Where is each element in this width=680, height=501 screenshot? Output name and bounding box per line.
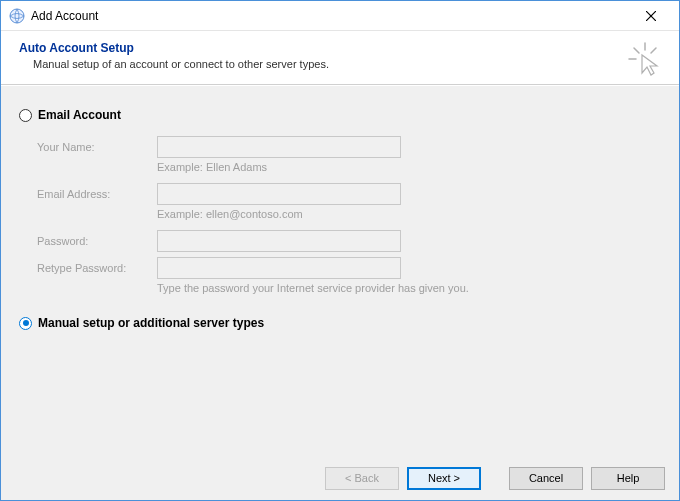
globe-icon: [9, 8, 25, 24]
retype-password-input: [157, 257, 401, 279]
email-account-form: Your Name: Example: Ellen Adams Email Ad…: [19, 130, 661, 316]
svg-point-0: [10, 9, 24, 23]
header-title: Auto Account Setup: [19, 41, 661, 55]
next-button[interactable]: Next >: [407, 467, 481, 490]
password-input: [157, 230, 401, 252]
radio-email-account[interactable]: Email Account: [19, 108, 661, 122]
add-account-window: Add Account Auto Account Setup Manual se…: [0, 0, 680, 501]
retype-password-label: Retype Password:: [37, 262, 157, 274]
radio-label: Email Account: [38, 108, 121, 122]
back-button: < Back: [325, 467, 399, 490]
radio-icon: [19, 317, 32, 330]
wizard-header: Auto Account Setup Manual setup of an ac…: [1, 31, 679, 85]
your-name-label: Your Name:: [37, 141, 157, 153]
radio-label: Manual setup or additional server types: [38, 316, 264, 330]
header-subtitle: Manual setup of an account or connect to…: [19, 58, 661, 70]
email-hint: Example: ellen@contoso.com: [37, 208, 661, 220]
titlebar: Add Account: [1, 1, 679, 31]
your-name-input: [157, 136, 401, 158]
radio-icon: [19, 109, 32, 122]
wizard-footer: < Back Next > Cancel Help: [1, 456, 679, 500]
cancel-button[interactable]: Cancel: [509, 467, 583, 490]
close-button[interactable]: [631, 2, 671, 30]
radio-manual-setup[interactable]: Manual setup or additional server types: [19, 316, 661, 330]
svg-line-5: [634, 48, 639, 53]
password-label: Password:: [37, 235, 157, 247]
svg-line-6: [651, 48, 656, 53]
window-title: Add Account: [31, 9, 631, 23]
email-label: Email Address:: [37, 188, 157, 200]
help-button[interactable]: Help: [591, 467, 665, 490]
your-name-hint: Example: Ellen Adams: [37, 161, 661, 173]
wizard-content: Email Account Your Name: Example: Ellen …: [1, 85, 679, 456]
email-input: [157, 183, 401, 205]
cursor-icon: [627, 41, 663, 77]
password-hint: Type the password your Internet service …: [37, 282, 661, 294]
